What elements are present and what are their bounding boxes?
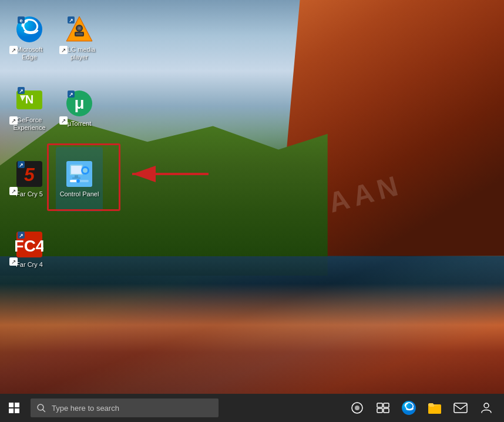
svg-text:↗: ↗ (69, 92, 73, 98)
svg-rect-45 (384, 403, 389, 407)
shortcut-arrow-farcry4: ↗ (9, 257, 18, 266)
desktop-icon-utorrent[interactable]: μ ↗ ↗ µTorrent (56, 76, 103, 141)
svg-line-41 (43, 410, 45, 412)
shortcut-arrow-vlc: ↗ (59, 46, 68, 54)
desktop-icon-far-cry-5[interactable]: 5 ↗ ↗ Far Cry 5 (6, 147, 53, 212)
taskbar: Type here to search (0, 394, 504, 422)
svg-point-53 (484, 403, 489, 408)
desktop-icons-area: e ↗ MicrosoftEdge ↗ (6, 6, 106, 359)
svg-text:↗: ↗ (69, 18, 73, 24)
windows-logo-icon (9, 403, 19, 413)
svg-rect-50 (428, 406, 441, 414)
search-bar[interactable]: Type here to search (31, 398, 219, 417)
windows-logo-pane-tl (9, 403, 14, 407)
farcry4-icon-label: Far Cry 4 (16, 261, 43, 269)
geforce-icon-label: GeForceExperience (13, 116, 45, 132)
windows-logo-pane-bl (9, 408, 14, 413)
svg-point-9 (78, 27, 80, 29)
taskbar-right (344, 394, 504, 422)
desktop-icon-vlc[interactable]: ↗ ↗ VLC mediaplayer (56, 6, 103, 71)
search-icon (31, 398, 52, 417)
svg-rect-6 (76, 33, 83, 35)
desktop-icon-control-panel[interactable]: Control Panel (56, 147, 103, 212)
geforce-icon: N ↗ (15, 86, 43, 114)
shortcut-arrow-utorrent: ↗ (59, 116, 68, 125)
taskbar-edge-button[interactable] (396, 394, 422, 422)
cortana-button[interactable] (344, 394, 370, 422)
taskbar-file-explorer-button[interactable] (422, 394, 448, 422)
edge-icon: e (15, 15, 43, 43)
svg-text:N: N (25, 93, 33, 106)
svg-rect-51 (429, 404, 434, 407)
shortcut-arrow-geforce: ↗ (9, 116, 18, 125)
farcry4-icon: FC4 ↗ (15, 230, 43, 259)
windows-logo-pane-tr (15, 403, 19, 407)
svg-text:5: 5 (24, 164, 35, 185)
farcry5-icon-label: Far Cry 5 (16, 190, 43, 198)
search-input[interactable]: Type here to search (52, 404, 219, 413)
desktop-icon-microsoft-edge[interactable]: e ↗ MicrosoftEdge (6, 6, 53, 71)
utorrent-icon: μ ↗ (65, 89, 93, 118)
utorrent-icon-label: µTorrent (68, 120, 92, 128)
shortcut-arrow: ↗ (9, 46, 18, 54)
vlc-icon: ↗ (65, 15, 93, 43)
svg-rect-27 (75, 175, 78, 177)
edge-icon-label: MicrosoftEdge (16, 46, 43, 61)
desktop-icon-far-cry-4[interactable]: FC4 ↗ ↗ Far Cry 4 (6, 217, 53, 282)
desktop: AAN e ↗ (0, 0, 504, 394)
vlc-icon-label: VLC mediaplayer (63, 46, 95, 61)
desktop-icon-geforce[interactable]: N ↗ ↗ GeForceExperience (6, 76, 53, 141)
taskbar-people-button[interactable] (473, 394, 499, 422)
svg-text:↗: ↗ (19, 88, 23, 94)
svg-rect-46 (377, 408, 382, 413)
taskbar-mail-button[interactable] (448, 394, 473, 422)
svg-point-33 (76, 179, 80, 183)
control-panel-icon (65, 160, 93, 188)
svg-point-30 (83, 168, 88, 173)
svg-rect-47 (384, 408, 389, 413)
shortcut-arrow-farcry5: ↗ (9, 187, 18, 195)
svg-text:e: e (19, 18, 22, 24)
svg-text:↗: ↗ (19, 162, 23, 168)
svg-text:↗: ↗ (19, 233, 23, 239)
svg-text:FC4: FC4 (15, 237, 43, 255)
start-button[interactable] (0, 394, 28, 422)
svg-rect-26 (71, 166, 82, 174)
svg-text:μ: μ (74, 94, 84, 112)
task-view-button[interactable] (370, 394, 396, 422)
svg-rect-52 (454, 403, 467, 413)
svg-point-43 (355, 406, 359, 410)
svg-rect-28 (72, 177, 80, 179)
control-panel-icon-label: Control Panel (60, 190, 99, 198)
windows-logo-pane-br (15, 408, 19, 413)
svg-rect-44 (377, 403, 382, 407)
farcry5-icon: 5 ↗ (15, 160, 43, 188)
